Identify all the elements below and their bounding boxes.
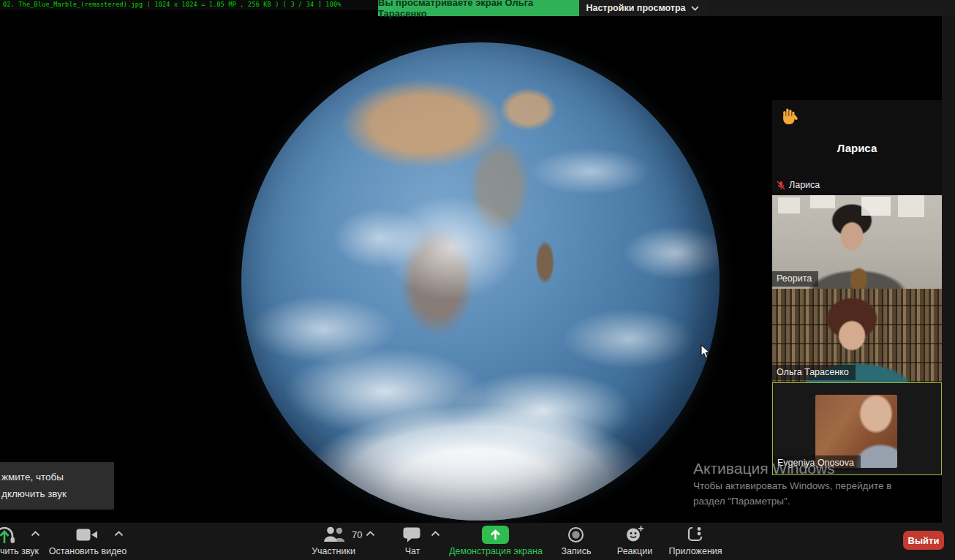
raised-hand-icon [781,107,798,128]
screen-view-banner: Вы просматриваете экран Ольга Тарасенко [378,0,580,16]
participant-name-tag: Evgeniya Onosova [773,455,861,471]
participants-count: 70 [352,529,362,540]
join-audio-label[interactable]: чить звук [0,546,42,556]
watermark-line2: раздел "Параметры". [693,493,891,509]
participant-tile-larisa[interactable]: Лариса [772,100,942,195]
audio-tooltip-line2: дключить звук [1,485,110,502]
window-right-gutter [942,0,955,523]
chat-chevron-icon[interactable] [431,531,440,537]
join-audio-icon[interactable] [0,526,20,545]
audio-options-chevron-icon[interactable] [31,531,40,537]
image-viewer-status-text: 02. The_Blue_Marble_(remastered).jpg ( 1… [3,1,341,8]
participant-name-tag: Реорита [772,271,818,287]
zoom-meeting-window: 02. The_Blue_Marble_(remastered).jpg ( 1… [0,0,955,560]
stop-video-label[interactable]: Остановить видео [48,546,127,556]
earth-blue-marble-image [241,42,720,521]
participants-chevron-icon[interactable] [366,531,375,537]
apps-icon[interactable] [687,526,704,543]
participant-tile-reorita[interactable]: Реорита [772,195,942,289]
leave-button-label: Выйти [908,535,940,546]
participant-name-tag: Ольга Тарасенко [772,365,856,380]
audio-tooltip-line1: жмите, чтобы [1,469,110,485]
mic-muted-icon [777,181,785,190]
mouse-cursor [701,344,711,359]
audio-tooltip: жмите, чтобы дключить звук [0,462,114,510]
participant-name-tag: Лариса [772,178,826,193]
leave-button[interactable]: Выйти [903,531,944,550]
participants-label[interactable]: Участники [296,546,371,556]
chat-label[interactable]: Чат [390,546,434,556]
record-icon[interactable] [567,526,584,543]
screen-view-banner-text: Вы просматриваете экран Ольга Тарасенко [378,0,580,19]
share-screen-icon[interactable] [482,526,509,544]
reactions-icon[interactable] [625,525,644,543]
chevron-down-icon [691,6,699,11]
participant-tile-evgeniya-onosova[interactable]: Evgeniya Onosova [772,382,942,475]
participant-tile-olga-tarasenko[interactable]: Ольга Тарасенко [772,289,942,382]
chat-icon[interactable] [403,527,421,542]
participants-icon[interactable] [323,526,350,543]
record-label[interactable]: Запись [554,546,599,556]
watermark-line1: Чтобы активировать Windows, перейдите в [693,478,891,493]
stop-video-icon[interactable] [76,528,98,542]
reactions-label[interactable]: Реакции [608,546,661,556]
participants-panel: Лариса [772,100,942,475]
view-settings-button[interactable]: Настройки просмотра [579,0,706,16]
apps-label[interactable]: Приложения [660,546,731,556]
share-screen-label[interactable]: Демонстрация экрана [433,546,559,556]
view-settings-label: Настройки просмотра [586,3,685,13]
video-options-chevron-icon[interactable] [114,531,124,537]
